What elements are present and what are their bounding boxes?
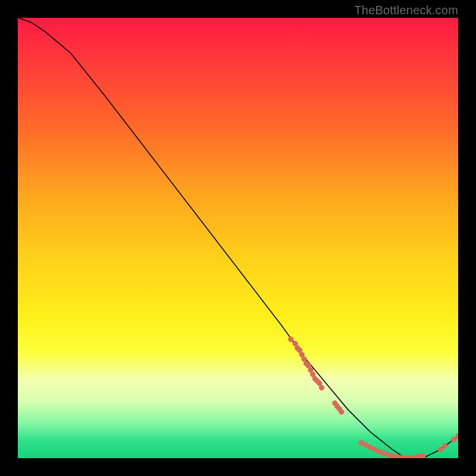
watermark-text: TheBottleneck.com: [354, 4, 458, 17]
plot-area: [18, 18, 458, 458]
